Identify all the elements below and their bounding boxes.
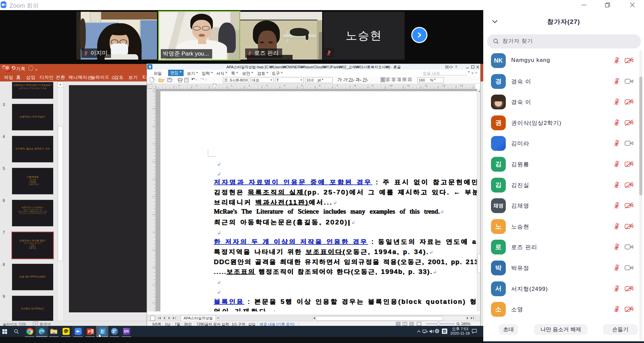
svg-text:?: ? — [455, 65, 457, 69]
svg-text:P: P — [88, 330, 90, 334]
svg-text:TALK: TALK — [64, 331, 68, 332]
